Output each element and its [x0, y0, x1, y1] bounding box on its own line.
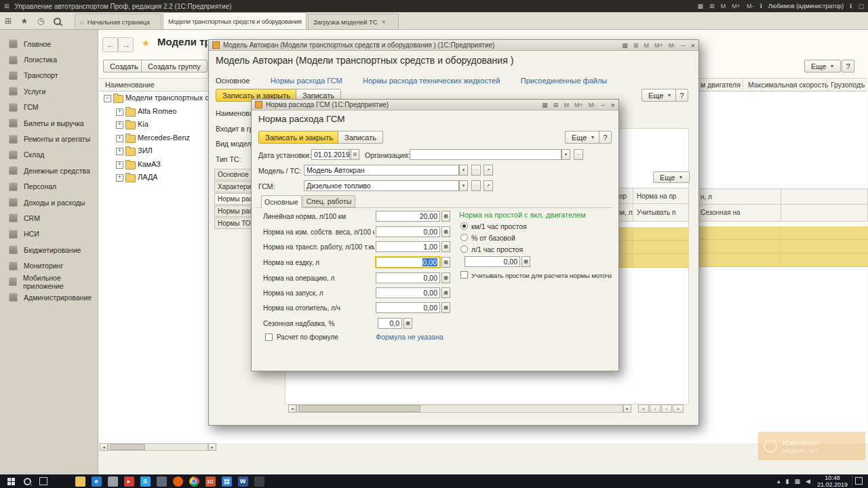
norm-save-button[interactable]: Записать [338, 131, 383, 144]
tab-close-icon[interactable]: × [382, 18, 386, 26]
scroll-right-icon[interactable]: ▸ [623, 405, 631, 413]
favorites-star-icon[interactable]: ★ [16, 13, 33, 29]
word-icon[interactable]: W [235, 474, 251, 488]
open-link-icon[interactable]: ↗ [484, 165, 493, 176]
idle-option-percent-radio[interactable] [460, 234, 468, 241]
horizontal-scrollbar[interactable] [296, 405, 623, 413]
column-capacity[interactable]: Грузоподъ [831, 81, 865, 89]
calculator-icon[interactable]: ▦ [542, 102, 548, 108]
calendar-icon[interactable]: ⊞ [553, 102, 559, 108]
sidebar-item-income[interactable]: Доходы и расходы [0, 195, 98, 210]
chrome-icon[interactable] [186, 474, 202, 488]
tray-volume-icon[interactable]: ◀ [806, 478, 810, 485]
app-icon-dark[interactable] [251, 474, 267, 488]
tab-basic[interactable]: Основные [261, 195, 302, 208]
heater-norm-field[interactable]: 0,00 [376, 302, 440, 313]
toast-text[interactable]: Модель Авт [783, 447, 820, 454]
nav-fuel-norms[interactable]: Нормы расхода ГСМ [271, 77, 342, 85]
sidebar-item-main[interactable]: Главное [0, 36, 98, 52]
side-tab-fluid-norms[interactable]: Нормы рас [214, 205, 253, 217]
app-icon-gray[interactable] [104, 474, 121, 488]
back-button[interactable]: ← [102, 37, 118, 52]
sidebar-item-crm[interactable]: CRM [0, 210, 98, 226]
app-icon-slate[interactable] [153, 474, 170, 488]
last-page-icon[interactable]: » [673, 405, 684, 413]
first-page-icon[interactable]: « [638, 405, 649, 413]
tab-close-icon[interactable]: × [305, 18, 307, 25]
next-page-icon[interactable]: › [661, 405, 672, 413]
list-help-button[interactable]: ? [842, 60, 854, 73]
minimize-icon[interactable]: ─ [681, 42, 685, 49]
transport-work-norm-field[interactable]: 1,00 [376, 241, 440, 252]
calculator-picker-icon[interactable]: ▦ [441, 211, 450, 222]
info-icon[interactable]: ℹ [760, 3, 762, 9]
memory-minus-icon[interactable]: M- [747, 3, 754, 9]
memory-plus-icon[interactable]: M+ [654, 42, 663, 49]
tray-expand-icon[interactable]: ▴ [777, 478, 781, 485]
norms-table-header-row2[interactable]: ои, л Учитывать п [613, 204, 689, 222]
store-grid-icon[interactable] [218, 474, 235, 488]
idle-hours-checkbox[interactable] [460, 271, 468, 279]
ellipsis-choose-icon[interactable]: ⋯ [471, 180, 481, 191]
formula-checkbox[interactable] [265, 333, 273, 341]
expand-icon[interactable]: + [116, 174, 123, 182]
taskbar-search-icon[interactable] [19, 474, 35, 488]
side-tab-main[interactable]: Основное [214, 169, 253, 180]
sidebar-item-warehouse[interactable]: Склад [0, 147, 98, 163]
idle-option-liters-radio[interactable] [460, 245, 468, 253]
create-button[interactable]: Создать [103, 60, 145, 73]
search-icon[interactable] [49, 13, 65, 29]
tab-special-works[interactable]: Спец. работы [302, 195, 355, 207]
idle-norm-field[interactable]: 0,00 [465, 256, 520, 267]
start-norm-field[interactable]: 0,00 [376, 287, 440, 298]
list-more-button[interactable]: Еще▼ [804, 60, 841, 73]
sidebar-item-mobile[interactable]: Мобильное приложение [0, 274, 98, 289]
calculator-icon[interactable]: ▦ [622, 42, 628, 49]
taskbar-clock[interactable]: 10:48 21.02.2019 [817, 474, 848, 488]
skype-icon[interactable]: S [137, 474, 153, 488]
calculator-picker-icon[interactable]: ▦ [441, 241, 450, 252]
horizontal-scrollbar[interactable] [108, 443, 208, 451]
sidebar-item-services[interactable]: Услуги [0, 83, 98, 99]
side-tab-fuel-norms[interactable]: Нормы рас [214, 193, 253, 205]
calendar-icon[interactable]: ⊞ [709, 3, 715, 9]
ellipsis-choose-icon[interactable]: ⋯ [574, 149, 583, 160]
history-clock-icon[interactable]: ◷ [33, 13, 49, 29]
favorite-star-icon[interactable]: ★ [142, 38, 150, 48]
tab-home[interactable]: ⌂ Начальная страница [75, 14, 161, 29]
memory-icon[interactable]: M [644, 42, 649, 49]
notification-center-icon[interactable] [855, 477, 863, 486]
norm-row[interactable] [613, 254, 689, 268]
expand-icon[interactable]: + [116, 148, 123, 155]
expand-icon[interactable]: + [116, 121, 123, 129]
about-icon[interactable]: ℹ [850, 3, 852, 9]
memory-minus-icon[interactable]: M- [669, 42, 676, 49]
norms-table-header-row1[interactable]: ор Норма на пр [613, 188, 689, 204]
collapse-icon[interactable]: − [104, 95, 111, 102]
scroll-left-icon[interactable]: ◂ [100, 443, 108, 451]
window-icon[interactable]: ▢ [858, 3, 864, 9]
sidebar-item-budgeting[interactable]: Бюджетирование [0, 242, 98, 258]
calculator-picker-icon[interactable]: ▦ [441, 302, 450, 313]
dropdown-icon[interactable]: ▾ [459, 165, 468, 176]
tab-load-models[interactable]: Загрузка моделей ТС × [308, 14, 399, 29]
norm-help-button[interactable]: ? [599, 131, 612, 144]
sidebar-item-tickets[interactable]: Билеты и выручка [0, 115, 98, 131]
calculator-icon[interactable]: ▦ [698, 3, 704, 9]
sidebar-item-nsi[interactable]: НСИ [0, 226, 98, 242]
model-dialog-titlebar[interactable]: Модель Автокран (Модели транспортных сре… [209, 40, 698, 51]
sidebar-item-fuel[interactable]: ГСМ [0, 100, 98, 115]
forward-button[interactable]: → [118, 37, 134, 52]
norms-header-row2[interactable]: Сезонная на [695, 205, 868, 222]
sidebar-item-money[interactable]: Денежные средства [0, 163, 98, 178]
date-field[interactable]: 01.01.2019 [311, 149, 350, 160]
dropdown-icon[interactable]: ▾ [561, 149, 570, 160]
linear-norm-field[interactable]: 20,00 [376, 211, 440, 222]
main-menu-icon[interactable]: ⊞ [0, 13, 16, 29]
norm-save-close-button[interactable]: Записать и закрыть [258, 131, 340, 144]
tab-vehicle-models[interactable]: Модели транспортных средств и оборудован… [163, 12, 307, 29]
task-view-icon[interactable] [35, 474, 52, 488]
idle-option-km-label[interactable]: км/1 час простоя [471, 222, 527, 230]
idle-option-km-radio[interactable] [460, 222, 468, 230]
dropdown-icon[interactable]: ▾ [459, 180, 468, 191]
